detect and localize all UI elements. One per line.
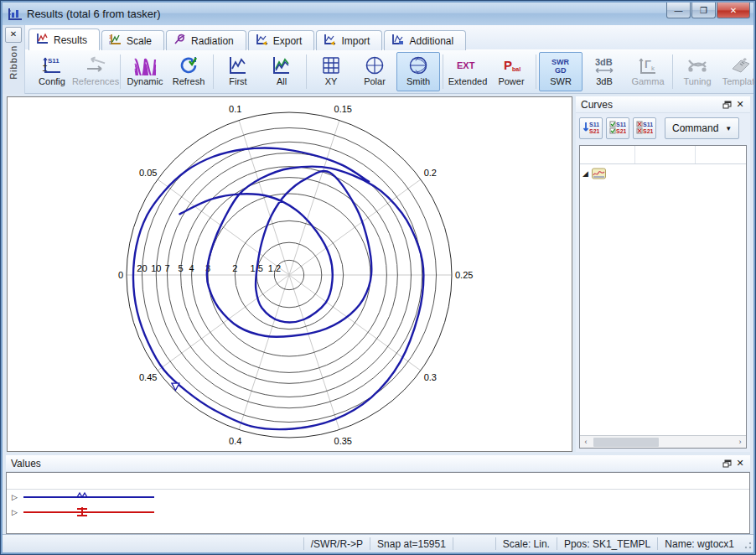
float-panel-icon[interactable] (720, 458, 733, 469)
ribbon-toolbar: S11+‒ConfigReferencesDynamicRefreshFirst… (25, 49, 753, 94)
svg-text:3dB: 3dB (595, 57, 613, 67)
tab-label: Radiation (191, 35, 234, 47)
tab-additional[interactable]: Additional (384, 30, 466, 50)
close-panel-icon[interactable]: ✕ (733, 99, 747, 111)
svg-text:S11: S11 (589, 122, 599, 127)
svg-text:Γ: Γ (645, 58, 651, 70)
additional-tab-icon (391, 34, 404, 48)
title-bar[interactable]: Results (total 6 from tasker) — ❐ ✕ (3, 3, 753, 25)
curves-table-header[interactable] (580, 146, 746, 164)
export-tab-icon (256, 34, 268, 48)
command-dropdown-button[interactable]: Command▼ (665, 117, 739, 139)
xy-button[interactable]: XY (309, 52, 353, 91)
group-row-tasker[interactable]: ◢ (580, 164, 746, 182)
column-no[interactable] (580, 146, 635, 163)
smith-button[interactable]: Smith (396, 52, 440, 91)
restore-button[interactable]: ❐ (691, 3, 716, 18)
references-icon (85, 54, 106, 76)
svg-text:S21: S21 (643, 128, 653, 134)
swr-polar-chart[interactable]: 1.21.523457102000.050.10.150.20.250.30.3… (8, 97, 570, 453)
references-button[interactable]: References (74, 52, 117, 91)
expander-icon[interactable]: ▷ (12, 508, 20, 516)
minimize-button[interactable]: — (666, 3, 691, 18)
column-enabled[interactable] (696, 146, 746, 163)
3db-button[interactable]: 3dB3dB (583, 52, 626, 91)
polar-icon (364, 54, 386, 76)
resize-grip[interactable] (741, 537, 753, 550)
svg-text:2: 2 (232, 263, 237, 273)
svg-text:0.35: 0.35 (334, 436, 352, 446)
first-icon (227, 54, 249, 76)
values-panel-titlebar[interactable]: Values ✕ (6, 455, 750, 472)
curve-row-s21[interactable] (580, 235, 746, 252)
threedb-icon: 3dB (593, 54, 616, 76)
svg-text:0.1: 0.1 (229, 104, 241, 114)
values-panel: Values ✕ ▷ ▷ (6, 455, 750, 534)
svg-text:GD: GD (555, 66, 567, 75)
all-button[interactable]: All (260, 52, 303, 91)
tab-export[interactable]: Export (248, 30, 315, 50)
svg-text:4: 4 (189, 263, 194, 273)
svg-text:0.4: 0.4 (229, 436, 241, 446)
window-title: Results (total 6 from tasker) (27, 8, 666, 20)
close-panel-icon[interactable]: ✕ (733, 458, 747, 469)
s11-s21-arrow-icon: S11S21 (583, 120, 599, 137)
values-row-s21[interactable]: ▷ (7, 505, 749, 520)
close-button[interactable]: ✕ (717, 3, 750, 18)
tab-label: Scale (127, 35, 152, 47)
first-button[interactable]: First (216, 52, 260, 91)
tab-import[interactable]: Import (316, 30, 382, 50)
expander-icon[interactable]: ▷ (12, 493, 20, 501)
svg-text:0: 0 (118, 270, 123, 280)
swr-button[interactable]: SWRGDSWR (539, 52, 583, 91)
curve-row-swr11[interactable] (580, 182, 746, 200)
svg-text:‒: ‒ (42, 66, 47, 75)
column-data-series[interactable] (635, 146, 696, 163)
s21-curve-symbol (22, 506, 156, 519)
scrollbar-track[interactable] (592, 437, 734, 448)
curve-row-gam2[interactable] (580, 270, 746, 288)
ribbon: ✕ Ribbon Results10ScaleRadiationExportIm… (3, 25, 753, 94)
toolbar-separator (536, 54, 536, 89)
values-table-header[interactable] (7, 473, 749, 490)
dynamic-button[interactable]: Dynamic (123, 52, 167, 91)
curves-panel-titlebar[interactable]: Curves ✕ (576, 96, 750, 113)
power-button[interactable]: PbalPower (489, 52, 533, 91)
toolbar-separator (120, 54, 121, 89)
config-button[interactable]: S11+‒Config (30, 52, 74, 91)
curve-row-gds21[interactable] (580, 252, 746, 270)
ribbon-close-button[interactable]: ✕ (5, 27, 22, 43)
disable-s11-s21-button[interactable]: S11S21 (633, 117, 656, 139)
curve-row-s11[interactable] (580, 200, 746, 217)
tab-label: Additional (409, 35, 453, 47)
apply-s11-s21-button[interactable]: S11S21 (579, 117, 603, 139)
scrollbar-thumb[interactable] (593, 438, 659, 447)
curves-hscrollbar[interactable]: ‹ › (580, 435, 746, 448)
svg-text:0.3: 0.3 (424, 372, 437, 382)
float-panel-icon[interactable] (720, 99, 733, 111)
app-window: Results (total 6 from tasker) — ❐ ✕ ✕ Ri… (0, 0, 756, 555)
polar-button[interactable]: Polar (353, 52, 396, 91)
expander-icon[interactable]: ◢ (580, 169, 591, 178)
scroll-right-arrow-icon[interactable]: › (734, 437, 746, 448)
polar-plot-area[interactable]: 1.21.523457102000.050.10.150.20.250.30.3… (7, 96, 572, 452)
tab-radiation[interactable]: Radiation (166, 30, 246, 50)
refresh-icon (178, 54, 199, 76)
svg-text:S11: S11 (643, 122, 653, 127)
curve-row-gam1[interactable] (580, 217, 746, 235)
tuning-icon (686, 54, 709, 76)
svg-text:EXT: EXT (457, 60, 475, 70)
template-button[interactable]: Template (719, 52, 756, 91)
values-row-swr11[interactable]: ▷ (7, 490, 749, 505)
tab-scale[interactable]: 10Scale (101, 30, 164, 50)
svg-text:7: 7 (164, 263, 169, 273)
ribbon-tab-strip: Results10ScaleRadiationExportImportAddit… (25, 25, 753, 49)
enable-s11-s21-button[interactable]: S11S21 (606, 117, 629, 139)
extended-button[interactable]: EXTExtended (446, 52, 489, 91)
toolbar-separator (213, 54, 214, 89)
scroll-left-arrow-icon[interactable]: ‹ (580, 437, 592, 448)
refresh-button[interactable]: Refresh (167, 52, 210, 91)
tab-results[interactable]: Results (28, 29, 100, 50)
tuning-button[interactable]: Tuning (676, 52, 719, 91)
gamma-button[interactable]: ΓkGamma (626, 52, 670, 91)
